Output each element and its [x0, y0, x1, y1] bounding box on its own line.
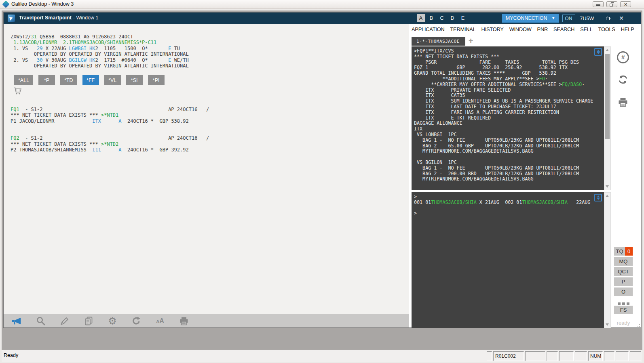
fs-badge[interactable]: FS [614, 306, 633, 314]
menu-item-search[interactable]: SEARCH [553, 26, 574, 32]
terminal-session-tab[interactable]: 1-*-THOMASJACOE [412, 37, 465, 46]
qct-badge[interactable]: QCT [614, 267, 633, 276]
menubar: APPLICATION TERMINAL HISTORY WINDOW PNR … [412, 26, 634, 32]
menu-item-sell[interactable]: SELL [580, 26, 593, 32]
pnr-panel: ZXW5T2/31 QSBSB 0888031 AG 91268623 24OC… [4, 24, 409, 327]
smartpoint-close-button[interactable]: ✕ [619, 15, 624, 22]
status-cell [547, 351, 558, 361]
announce-megaphone-icon[interactable] [12, 316, 22, 326]
pnr-format-buttons: *ALL *P *TD *FF *VL *SI *PI [14, 75, 165, 85]
menu-item-window[interactable]: WINDOW [509, 26, 532, 32]
menu-item-history[interactable]: HISTORY [481, 26, 504, 32]
pnr-button-td[interactable]: *TD [60, 75, 77, 85]
status-cell [616, 351, 629, 361]
status-cell [525, 351, 545, 361]
settings-gear-icon[interactable]: ⚙ [107, 316, 118, 326]
status-cell-row-col: R01C002 [493, 351, 524, 361]
status-cell [575, 351, 587, 361]
queue-badge-stack: TQ 0 MQ QCT P O FS ready [612, 247, 635, 326]
status-cell-num: NUM [588, 351, 603, 361]
scrollbar-thumb[interactable] [605, 54, 610, 139]
dots-indicator[interactable] [612, 300, 635, 303]
pnr-button-all[interactable]: *ALL [14, 75, 33, 85]
terminal-tabrow: 1-*-THOMASJACOE + [412, 37, 473, 46]
scroll-down-icon[interactable] [606, 323, 609, 326]
pnr-button-vl[interactable]: *VL [104, 75, 121, 85]
font-size-icon[interactable]: AA [155, 316, 165, 326]
edit-pencil-icon[interactable] [59, 316, 70, 326]
terminal-screen-1-text: >FQP1**ITX/CVS*** NET TICKET DATA EXISTS… [412, 46, 604, 182]
minimize-button[interactable] [593, 1, 604, 7]
chevron-down-icon: ▼ [551, 15, 555, 23]
scroll-up-icon[interactable] [606, 195, 609, 197]
menu-item-application[interactable]: APPLICATION [412, 26, 444, 32]
pnr-button-ff[interactable]: *FF [82, 75, 99, 85]
ready-status: ready [612, 320, 635, 326]
tq-count: 0 [625, 247, 633, 256]
scroll-up-icon[interactable] [606, 49, 609, 51]
search-icon[interactable] [36, 316, 46, 326]
terminal-screen-2-text: >001 01THOMASJACOB/SHIA X 21AUG 002 01TH… [412, 192, 604, 216]
tq-label: TQ [614, 247, 625, 256]
screen-split-toggle-icon[interactable] [594, 194, 602, 201]
status-bar: Ready R01C002 NUM [2, 350, 642, 362]
printer-icon[interactable] [179, 316, 189, 326]
pnr-button-p[interactable]: *P [38, 75, 55, 85]
travelport-logo-icon [8, 15, 15, 22]
connection-dropdown[interactable]: MYCONNECTION ▼ [502, 14, 559, 23]
pnr-button-pi[interactable]: *PI [148, 75, 165, 85]
o-badge[interactable]: O [614, 287, 633, 296]
menu-item-terminal[interactable]: TERMINAL [450, 26, 475, 32]
pnr-button-si[interactable]: *SI [126, 75, 143, 85]
printer-icon[interactable] [611, 97, 635, 109]
status-cell [559, 351, 574, 361]
view-tab-d[interactable]: D [448, 14, 456, 22]
terminal-panel: APPLICATION TERMINAL HISTORY WINDOW PNR … [409, 24, 641, 327]
hash-circle-icon[interactable]: # [617, 51, 629, 63]
view-tab-b[interactable]: B [427, 14, 435, 22]
smartpoint-restore-button[interactable] [606, 16, 612, 21]
copy-icon[interactable] [83, 316, 94, 326]
menu-item-pnr[interactable]: PNR [537, 26, 548, 32]
pcc-label: 7U5W [580, 15, 594, 21]
outer-titlebar: Galileo Desktop - Window 3 ✕ [0, 0, 644, 9]
outer-window-title: Galileo Desktop - Window 3 [11, 1, 74, 7]
scroll-down-icon[interactable] [606, 185, 609, 188]
smartpoint-titlebar: Travelport Smartpoint- Window 1 A B C D … [4, 13, 641, 24]
resize-grip[interactable] [636, 323, 640, 327]
smartpoint-window-title: Travelport Smartpoint- Window 1 [19, 15, 98, 21]
menu-item-help[interactable]: HELP [621, 26, 634, 32]
view-tab-a[interactable]: A [417, 14, 425, 22]
terminal-2-scrollbar[interactable] [604, 192, 611, 328]
pnr-display[interactable]: ZXW5T2/31 QSBSB 0888031 AG 91268623 24OC… [11, 34, 189, 69]
shopping-cart-icon[interactable] [13, 87, 23, 97]
pnr-toolbar: ⚙ AA [4, 314, 409, 327]
status-cell [630, 351, 641, 361]
status-cell [487, 351, 492, 361]
right-rail: # [611, 46, 641, 327]
p-badge[interactable]: P [614, 277, 633, 286]
smartpoint-window: Travelport Smartpoint- Window 1 A B C D … [3, 12, 641, 328]
minimize-icon [596, 4, 600, 6]
view-tab-c[interactable]: C [438, 14, 446, 22]
rail-separator [615, 318, 631, 318]
connection-on-toggle[interactable]: ON [562, 15, 575, 22]
new-session-plus-icon[interactable]: + [469, 37, 473, 46]
terminal-screen-1[interactable]: >FQP1**ITX/CVS*** NET TICKET DATA EXISTS… [412, 46, 604, 190]
terminal-1-scrollbar[interactable] [604, 46, 611, 190]
screen-split-toggle-icon[interactable] [594, 48, 602, 56]
tq-badge[interactable]: TQ 0 [614, 247, 633, 256]
close-button[interactable]: ✕ [620, 1, 631, 7]
status-cell [604, 351, 614, 361]
galileo-app-icon [2, 0, 9, 8]
restore-button[interactable] [606, 1, 617, 7]
view-tab-e[interactable]: E [459, 14, 467, 22]
mq-badge[interactable]: MQ [614, 257, 633, 266]
menu-item-tools[interactable]: TOOLS [598, 26, 615, 32]
close-icon: ✕ [621, 2, 631, 7]
recycle-refresh-icon[interactable] [611, 74, 635, 87]
fare-quote-display[interactable]: FQ1 - S1-2 AP 24OCT16 /*** NET TICKET DA… [11, 107, 209, 153]
status-cells: R01C002 NUM [486, 351, 641, 361]
refresh-icon[interactable] [131, 316, 141, 326]
terminal-screen-2[interactable]: >001 01THOMASJACOB/SHIA X 21AUG 002 01TH… [412, 192, 604, 328]
